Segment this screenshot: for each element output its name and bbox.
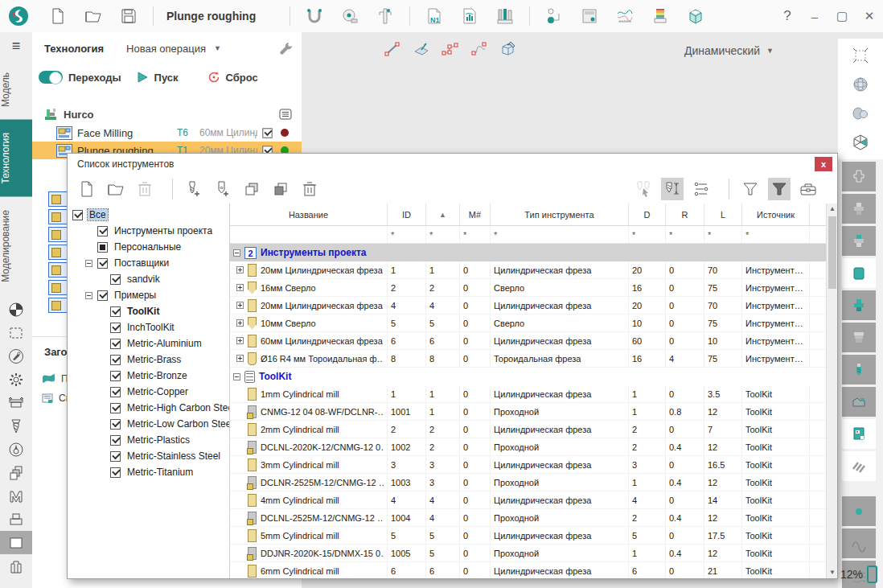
tree-item[interactable]: Metric-Brass bbox=[72, 352, 229, 368]
dialog-trash-button[interactable] bbox=[298, 178, 321, 200]
maximize-button[interactable]: ▢ bbox=[828, 9, 856, 23]
table-row[interactable]: DCLNR-2525M-12/CNMG-12 …100330Проходной1… bbox=[230, 474, 837, 491]
expand-icon[interactable] bbox=[236, 337, 244, 344]
table-row[interactable]: DCLNL-2020K-12/CNMG-12 0…100220Проходной… bbox=[230, 438, 837, 456]
operation-icon[interactable] bbox=[48, 298, 68, 313]
report-icon[interactable] bbox=[460, 6, 479, 26]
tool-panel-holder-teal-button[interactable] bbox=[842, 290, 876, 320]
expand-icon[interactable] bbox=[236, 355, 244, 362]
filter-cell[interactable]: * bbox=[629, 226, 666, 243]
column-header-название[interactable]: Название bbox=[230, 204, 388, 225]
tool-set-icon[interactable] bbox=[495, 6, 515, 26]
tree-item[interactable]: sandvik bbox=[72, 271, 229, 287]
tree-checkbox[interactable] bbox=[97, 226, 108, 236]
table-row[interactable]: DDJNR-2020K-15/DNMX-15 0…100550Проходной… bbox=[230, 545, 837, 562]
tree-item[interactable]: Персональные bbox=[72, 239, 229, 255]
table-row[interactable]: CNMG-12 04 08-WF/DCLNR-…100110Проходной1… bbox=[230, 403, 837, 421]
new-document-icon[interactable] bbox=[48, 6, 68, 26]
dialog-duplicate-button[interactable] bbox=[269, 178, 292, 200]
scroll-down-icon[interactable]: ▼ bbox=[827, 567, 837, 578]
tool-panel-holder-outline-button[interactable] bbox=[842, 162, 876, 191]
filter-cell[interactable]: * bbox=[426, 226, 460, 243]
table-scrollbar[interactable]: ▲ ▼ bbox=[826, 204, 837, 578]
minimize-button[interactable]: – bbox=[801, 10, 828, 23]
tree-checkbox[interactable] bbox=[110, 403, 121, 413]
close-button[interactable]: ✕ bbox=[856, 9, 883, 23]
tree-item[interactable]: Инструменты проекта bbox=[72, 223, 229, 239]
fit-view-button[interactable] bbox=[844, 42, 877, 68]
dialog-pick-tool-button[interactable] bbox=[632, 178, 655, 200]
table-row[interactable]: 20мм Цилиндрическая фреза110Цилиндрическ… bbox=[230, 261, 837, 279]
sidebar-probe-button[interactable] bbox=[0, 438, 32, 461]
operation-icon[interactable] bbox=[48, 191, 68, 207]
tree-item[interactable]: Metric-Copper bbox=[72, 384, 229, 400]
operation-checkbox[interactable] bbox=[262, 128, 272, 138]
dialog-add-holder-button[interactable] bbox=[212, 178, 234, 200]
tree-checkbox[interactable] bbox=[110, 323, 121, 333]
dialog-copy-button[interactable] bbox=[240, 178, 263, 200]
sidebar-selection-button[interactable] bbox=[0, 321, 32, 344]
expand-icon[interactable] bbox=[236, 302, 244, 309]
dialog-tool-dimensions-button[interactable] bbox=[661, 178, 684, 200]
expand-icon[interactable] bbox=[236, 319, 244, 327]
tree-item[interactable]: Metric-High Carbon Steel bbox=[72, 400, 229, 416]
filter-cell[interactable]: * bbox=[704, 226, 742, 243]
tree-checkbox[interactable] bbox=[97, 242, 108, 253]
filter-cell[interactable]: * bbox=[460, 226, 491, 243]
table-row[interactable]: 16мм Сверло220Сверло16075Инструмент… bbox=[230, 279, 837, 297]
table-group-header[interactable]: ToolKit bbox=[230, 368, 837, 385]
table-row[interactable]: 5mm Cylindrical mill550Цилиндрическая фр… bbox=[230, 527, 837, 545]
column-header-id[interactable]: ID bbox=[388, 204, 426, 225]
settings-wrench-icon[interactable] bbox=[277, 41, 292, 56]
sidebar-ribbed-part-button[interactable] bbox=[0, 554, 32, 578]
tool-panel-drill-teal-button[interactable] bbox=[842, 355, 876, 384]
operation-icon[interactable] bbox=[48, 209, 68, 224]
sidebar-tool-button[interactable] bbox=[0, 414, 32, 438]
column-header-источник[interactable]: Источник bbox=[742, 204, 810, 225]
operation-icon[interactable] bbox=[48, 262, 68, 278]
column-header-r[interactable]: R bbox=[666, 204, 704, 225]
tree-checkbox[interactable] bbox=[110, 306, 121, 317]
column-header-sort[interactable]: ▲ bbox=[426, 204, 460, 225]
tree-item[interactable]: Metric-Aluminium bbox=[72, 335, 229, 352]
tree-checkbox[interactable] bbox=[97, 290, 108, 301]
operation-row[interactable]: Face MillingT660мм Цилиндр bbox=[32, 124, 302, 142]
expand-icon[interactable] bbox=[236, 266, 244, 273]
tree-item[interactable]: Metric-Low Carbon Steel bbox=[72, 416, 229, 432]
tool-panel-hatch-lines-button[interactable] bbox=[842, 451, 876, 481]
tool-panel-dot-teal-button[interactable] bbox=[842, 496, 876, 526]
table-row[interactable]: Ø16 R4 мм Тороидальная ф…880Тороидальная… bbox=[230, 350, 837, 368]
tool-panel-holder-gray-button[interactable] bbox=[842, 194, 876, 224]
help-button[interactable]: ? bbox=[774, 8, 801, 24]
polyline-points-icon[interactable] bbox=[440, 39, 461, 60]
sidebar-m-code-button[interactable] bbox=[0, 484, 32, 508]
edit-3d-cube-icon[interactable] bbox=[498, 39, 519, 60]
collapse-icon[interactable] bbox=[233, 373, 240, 380]
rotate-sphere-button[interactable] bbox=[844, 71, 877, 97]
collapse-icon[interactable] bbox=[85, 292, 92, 299]
sidebar-press-button[interactable] bbox=[0, 508, 32, 531]
sidebar-copies-button[interactable] bbox=[0, 461, 32, 484]
tree-item[interactable]: InchToolKit bbox=[72, 319, 229, 335]
filter-cell[interactable] bbox=[230, 226, 388, 243]
layer-stack-icon[interactable] bbox=[651, 6, 670, 26]
tree-item[interactable]: Metric-Bronze bbox=[72, 368, 229, 384]
tool-panel-part-teal-button[interactable] bbox=[842, 387, 876, 417]
sidebar-settings-button[interactable] bbox=[0, 368, 32, 391]
shaded-view-button[interactable] bbox=[844, 100, 877, 126]
open-folder-icon[interactable] bbox=[84, 6, 103, 26]
sidebar-plain-square-button[interactable] bbox=[0, 531, 32, 554]
expand-icon[interactable] bbox=[236, 284, 244, 291]
table-row[interactable]: 10мм Сверло550Сверло10075Инструмент… bbox=[230, 315, 837, 332]
magnet-icon[interactable] bbox=[305, 6, 324, 26]
tree-item[interactable]: ToolKit bbox=[72, 303, 229, 319]
collapse-icon[interactable] bbox=[85, 260, 92, 267]
dialog-filter-button[interactable] bbox=[739, 178, 762, 200]
reset-button[interactable]: Сброс bbox=[207, 71, 268, 84]
tree-item[interactable]: Примеры bbox=[72, 287, 229, 303]
sidebar-tab-modeling[interactable]: Моделирование bbox=[0, 197, 32, 295]
tree-checkbox[interactable] bbox=[110, 419, 121, 430]
table-row[interactable]: 20мм Цилиндрическая фреза440Цилиндрическ… bbox=[230, 297, 837, 315]
dialog-open-folder-button[interactable] bbox=[105, 178, 127, 200]
column-header-m#[interactable]: M# bbox=[460, 204, 491, 225]
